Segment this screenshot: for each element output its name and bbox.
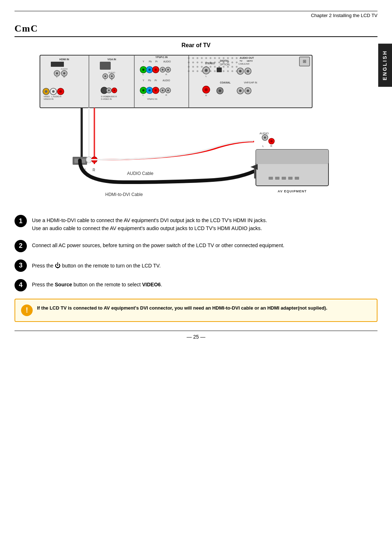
svg-text:VGA IN: VGA IN (107, 58, 116, 61)
instruction-number-2: 2 (15, 240, 27, 252)
tv-diagram-wrapper: Rear of TV (15, 42, 377, 208)
svg-rect-175 (288, 177, 293, 180)
svg-point-83 (108, 90, 110, 91)
svg-rect-174 (282, 177, 286, 180)
svg-point-11 (232, 57, 233, 59)
under-rule (15, 36, 377, 37)
main-content: Rear of TV (0, 42, 392, 322)
svg-rect-133 (217, 68, 222, 72)
svg-text:DIGITAL: DIGITAL (220, 60, 229, 62)
svg-point-164 (270, 140, 273, 142)
instruction-text-4: Press the Source button on the remote to… (32, 279, 162, 289)
instruction-item-3: 3 Press the ⏻ button on the remote to tu… (15, 259, 377, 272)
warning-text: If the LCD TV is connected to AV equipme… (37, 304, 327, 312)
svg-rect-176 (295, 177, 299, 180)
svg-text:VIDEO: VIDEO (44, 95, 50, 98)
svg-point-103 (167, 69, 169, 71)
svg-point-126 (205, 69, 208, 72)
svg-text:Pr: Pr (155, 79, 157, 82)
svg-text:AUDIO OUT: AUDIO OUT (240, 57, 254, 59)
instruction-text-3: Press the ⏻ button on the remote to turn… (32, 259, 161, 270)
chapter-title: Chapter 2 Installing the LCD TV (311, 13, 377, 18)
svg-point-111 (142, 89, 144, 91)
svg-point-35 (232, 66, 233, 68)
svg-text:⊞: ⊞ (303, 59, 306, 64)
svg-text:YPbPr2 IN: YPbPr2 IN (147, 98, 157, 100)
svg-text:OPTICAL: OPTICAL (220, 63, 230, 66)
svg-point-33 (223, 66, 225, 68)
svg-text:R: R (93, 168, 95, 172)
svg-text:R: R (270, 145, 272, 147)
svg-point-24 (236, 62, 238, 64)
svg-point-23 (232, 62, 233, 64)
svg-point-144 (247, 70, 249, 73)
svg-point-60 (63, 72, 65, 74)
svg-point-30 (210, 66, 212, 68)
brand-name: CmC (15, 23, 38, 34)
english-tab: ENGLISH (378, 44, 392, 87)
svg-text:HDMI IN: HDMI IN (60, 58, 69, 61)
svg-point-147 (239, 90, 242, 92)
svg-point-46 (227, 70, 229, 72)
svg-rect-0 (40, 55, 312, 108)
instructions-section: 1 Use a HDMI-to-DVI cable to connect the… (15, 215, 377, 322)
svg-point-162 (264, 136, 266, 139)
instruction-item-2: 2 Connect all AC power sources, before t… (15, 240, 377, 252)
hdmi-dvi-label: HDMI-to-DVI Cable (105, 192, 143, 197)
svg-point-64 (45, 90, 48, 93)
svg-text:R: R (64, 76, 65, 78)
svg-point-45 (223, 70, 225, 72)
svg-text:AUDIO: AUDIO (260, 132, 269, 135)
svg-point-7 (214, 57, 216, 59)
svg-text:Pb: Pb (149, 60, 152, 63)
svg-text:Pr: Pr (155, 60, 158, 63)
svg-point-115 (155, 89, 157, 91)
svg-point-3 (197, 57, 199, 59)
instruction-item-4: 4 Press the Source button on the remote … (15, 279, 377, 291)
svg-text:R: R (166, 94, 167, 96)
svg-text:AUDIO: AUDIO (163, 79, 170, 82)
chapter-header: Chapter 2 Installing the LCD TV (0, 11, 392, 20)
svg-point-47 (232, 70, 233, 72)
svg-point-12 (236, 57, 238, 59)
svg-point-142 (239, 70, 242, 73)
brand-logo: CmC (0, 20, 392, 36)
svg-text:AV EQUIPMENT: AV EQUIPMENT (278, 189, 307, 193)
svg-point-6 (210, 57, 212, 59)
warning-icon: ! (21, 304, 33, 316)
svg-point-149 (247, 90, 249, 92)
svg-text:AUDIO: AUDIO (61, 68, 68, 70)
connection-diagram-svg: ⊞ HDMI IN AUDIO L R (33, 52, 359, 208)
svg-point-2 (192, 57, 194, 59)
svg-point-10 (227, 57, 229, 59)
svg-text:Y: Y (143, 60, 144, 63)
svg-text:AIR: AIR (246, 63, 250, 65)
svg-point-16 (201, 62, 203, 64)
svg-point-36 (236, 66, 238, 68)
svg-point-99 (155, 69, 157, 71)
svg-text:STEREO: STEREO (205, 62, 215, 65)
svg-point-113 (148, 89, 151, 91)
svg-point-43 (214, 70, 216, 72)
svg-text:AUDIO: AUDIO (163, 60, 171, 63)
svg-point-129 (205, 88, 208, 91)
svg-text:L: L (262, 145, 264, 147)
svg-text:HDTV: HDTV (247, 60, 253, 62)
svg-point-78 (111, 75, 113, 77)
svg-point-14 (192, 62, 194, 64)
svg-point-68 (60, 90, 62, 93)
svg-point-97 (148, 69, 151, 71)
svg-text:AUDIO: AUDIO (108, 71, 115, 74)
svg-text:VIDEO2 IN: VIDEO2 IN (44, 98, 53, 100)
svg-point-76 (105, 75, 106, 77)
svg-point-117 (162, 90, 164, 91)
svg-rect-73 (100, 62, 111, 70)
svg-rect-55 (51, 62, 64, 67)
svg-rect-172 (269, 177, 273, 180)
svg-point-9 (223, 57, 225, 59)
svg-point-4 (201, 57, 203, 59)
svg-point-38 (192, 70, 194, 72)
instruction-text-1: Use a HDMI-to-DVI cable to connect the A… (32, 215, 267, 233)
instruction-item-1: 1 Use a HDMI-to-DVI cable to connect the… (15, 215, 377, 233)
svg-text:VHF/UHF IN: VHF/UHF IN (244, 81, 257, 84)
